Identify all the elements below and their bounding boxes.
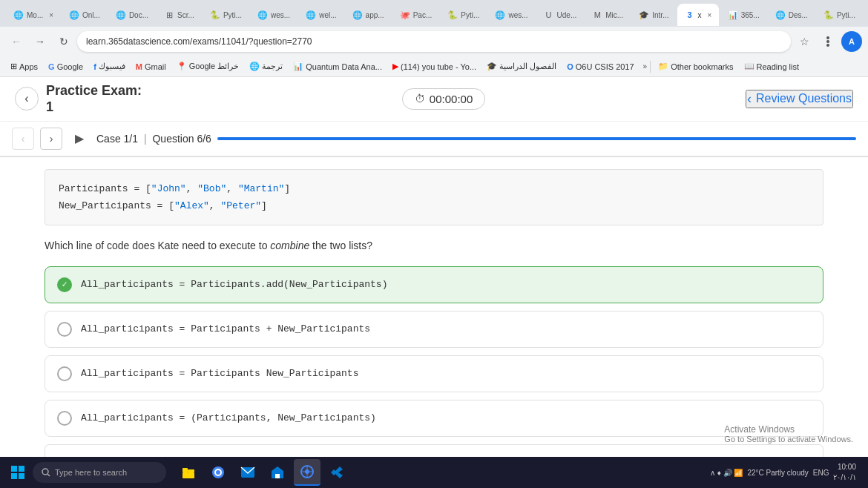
tab-wel[interactable]: 🌐 wel...	[298, 4, 343, 26]
language-indicator: ENG	[813, 469, 829, 477]
radio-3	[57, 366, 72, 381]
option-text-1: All_participants = Participants.add(New_…	[81, 279, 387, 290]
question-content: Participants = ["John", "Bob", "Martin"]…	[0, 157, 868, 488]
tab-onl[interactable]: 🌐 Onl...	[62, 4, 107, 26]
progress-bar	[217, 137, 856, 140]
timer-icon: ⏱	[415, 93, 425, 105]
option-text-2: All_participants = Participants + New_Pa…	[81, 323, 370, 334]
radio-2	[57, 322, 72, 337]
taskbar-app-vscode[interactable]	[323, 459, 350, 486]
tab-favicon-onl: 🌐	[69, 10, 79, 20]
code-line-1: Participants = ["John", "Bob", "Martin"]	[59, 180, 809, 197]
bookmark-classroom[interactable]: 🎓 الفصول الدراسية	[482, 60, 561, 73]
tab-wes1[interactable]: 🌐 wes...	[250, 4, 297, 26]
bookmark-maps[interactable]: 📍 Google خرائط	[172, 60, 244, 73]
taskbar-app-chrome[interactable]	[205, 459, 231, 486]
back-to-exams-button[interactable]: ‹	[15, 87, 39, 111]
review-arrow-icon: ‹	[747, 91, 752, 107]
extensions-button[interactable]	[818, 31, 838, 52]
bookmark-google[interactable]: G Google	[44, 61, 88, 73]
bookmark-translate[interactable]: 🌐 ترجمة	[245, 60, 287, 73]
tab-close-active[interactable]: ×	[708, 11, 712, 19]
tab-wes2[interactable]: 🌐 wes...	[487, 4, 534, 26]
svg-point-7	[42, 469, 48, 475]
timer-display: 00:00:00	[430, 93, 473, 105]
start-button[interactable]	[6, 461, 30, 484]
next-question-button[interactable]: ›	[40, 128, 62, 150]
case-info: Case 1/1 | Question 6/6	[96, 133, 211, 145]
taskbar-app-mail[interactable]	[234, 459, 261, 486]
timer-box: ⏱ 00:00:00	[402, 88, 485, 110]
taskbar-app-store[interactable]	[264, 459, 291, 486]
answer-option-3[interactable]: All_participants = Participants New_Part…	[45, 355, 823, 392]
answer-option-1[interactable]: All_participants = Participants.add(New_…	[45, 266, 823, 303]
tab-des[interactable]: 🌐 Des...	[768, 4, 815, 26]
svg-rect-5	[11, 473, 17, 479]
bookmark-reading[interactable]: 📖 Reading list	[740, 60, 803, 73]
svg-rect-3	[11, 466, 17, 472]
address-input[interactable]	[77, 31, 791, 52]
option-text-4: All_participants = (Participants, New_Pa…	[81, 412, 376, 423]
tab-mic[interactable]: M Mic...	[585, 4, 630, 26]
review-questions-button[interactable]: ‹ Review Questions	[746, 90, 853, 108]
taskbar-app-browser[interactable]	[294, 459, 320, 486]
prev-question-button[interactable]: ‹	[12, 128, 34, 150]
tab-pac[interactable]: 🐙 Pac...	[392, 4, 439, 26]
tab-pyti3[interactable]: 🐍 Pyti...	[816, 4, 862, 26]
reload-button[interactable]: ↻	[53, 31, 74, 52]
bookmark-youtube[interactable]: ▶ (114) you tube - Yo...	[388, 60, 481, 73]
exam-title-block: Practice Exam: 1	[46, 83, 142, 115]
address-bar-row: ← → ↻ ☆ A	[0, 27, 868, 56]
profile-button[interactable]: A	[841, 31, 862, 52]
tab-favicon-mo: 🌐	[13, 10, 24, 20]
bookmark-star-button[interactable]: ☆	[794, 31, 815, 52]
play-button[interactable]: ▶	[68, 128, 91, 150]
back-button[interactable]: ←	[6, 31, 27, 52]
svg-point-2	[826, 44, 829, 47]
taskbar-app-explorer[interactable]	[175, 459, 202, 486]
bookmark-gmail[interactable]: M Gmail	[131, 61, 171, 73]
forward-button[interactable]: →	[30, 31, 50, 52]
tab-scr[interactable]: ⊞ Scr...	[157, 4, 201, 26]
exam-title: Practice Exam:	[46, 83, 142, 99]
answer-option-2[interactable]: All_participants = Participants + New_Pa…	[45, 311, 823, 348]
bookmark-quantum[interactable]: 📊 Quantum Data Ana...	[289, 60, 387, 73]
bookmarks-bar: ⊞ Apps G Google f فيسبوك M Gmail 📍 Googl…	[0, 56, 868, 77]
tab-ude[interactable]: U Ude...	[536, 4, 584, 26]
tab-active[interactable]: 3 x ×	[677, 4, 719, 26]
tab-close-mo[interactable]: ×	[49, 11, 53, 19]
taskbar-apps	[169, 459, 701, 486]
taskbar-time: 10:00 ٢٠/١٠/١	[833, 462, 856, 483]
option-text-3: All_participants = Participants New_Part…	[81, 368, 358, 379]
bookmark-facebook[interactable]: f فيسبوك	[89, 60, 130, 73]
exam-number: 1	[46, 99, 142, 115]
svg-rect-6	[19, 473, 24, 479]
tab-pyti2[interactable]: 🐍 Pyti...	[440, 4, 486, 26]
svg-line-8	[47, 474, 50, 476]
svg-rect-10	[183, 472, 194, 478]
tab-doc[interactable]: 🌐 Doc...	[108, 4, 155, 26]
bookmarks-more[interactable]: »	[643, 62, 648, 70]
tab-app[interactable]: 🌐 app...	[345, 4, 391, 26]
bookmark-apps[interactable]: ⊞ Apps	[6, 60, 42, 73]
answer-option-4[interactable]: All_participants = (Participants, New_Pa…	[45, 400, 823, 437]
header-right: ‹ Review Questions	[746, 90, 853, 108]
app-content: ‹ Practice Exam: 1 ⏱ 00:00:00 ‹ Review Q…	[0, 77, 868, 488]
code-block: Participants = ["John", "Bob", "Martin"]…	[45, 169, 823, 226]
nav-row: ‹ › ▶ Case 1/1 | Question 6/6	[0, 122, 868, 157]
exam-header: ‹ Practice Exam: 1 ⏱ 00:00:00 ‹ Review Q…	[0, 77, 868, 122]
radio-4	[57, 411, 72, 426]
taskbar-search[interactable]: Type here to search	[33, 462, 166, 483]
header-left: ‹ Practice Exam: 1	[15, 83, 142, 115]
svg-point-14	[216, 470, 220, 475]
bookmark-other[interactable]: 📁 Other bookmarks	[654, 60, 737, 73]
bookmark-separator	[650, 61, 651, 73]
taskbar: Type here to search ∧ ♦ 🔊 📶 22°C Partly …	[0, 457, 868, 488]
tab-pyti1[interactable]: 🐍 Pyti...	[203, 4, 249, 26]
bookmark-o6u[interactable]: O O6U CSIS 2017	[562, 61, 638, 73]
tab-mo[interactable]: 🌐 Mo... ×	[6, 4, 60, 26]
progress-bar-fill	[217, 137, 856, 140]
tab-365[interactable]: 📊 365...	[720, 4, 766, 26]
tab-intr[interactable]: 🎓 Intr...	[631, 4, 675, 26]
svg-point-0	[826, 40, 829, 43]
